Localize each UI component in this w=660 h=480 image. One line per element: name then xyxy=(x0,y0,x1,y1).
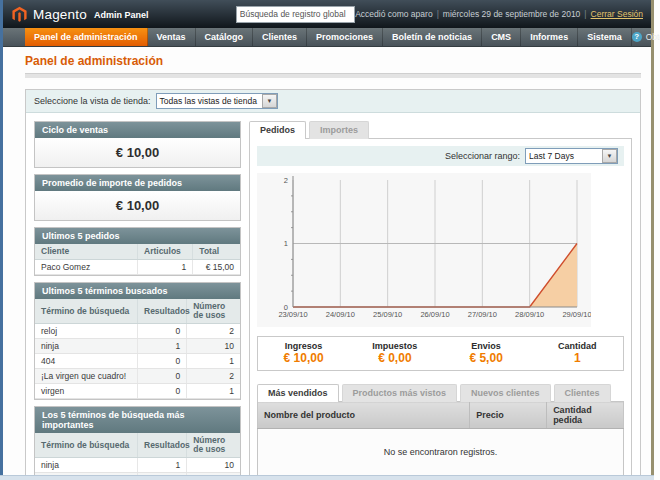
stat-envios: Envios € 5,00 xyxy=(441,341,532,365)
help-link[interactable]: ? Obtener ayuda para esta página xyxy=(632,28,660,46)
table-row[interactable]: reloj 0 2 xyxy=(35,324,240,339)
tab-importes[interactable]: Importes xyxy=(309,121,369,139)
table-row[interactable]: ninja 1 10 xyxy=(35,339,240,354)
column-header: Término de búsqueda xyxy=(35,433,138,458)
question-mark-icon: ? xyxy=(632,32,642,42)
magento-brand: Magento Admin Panel xyxy=(11,6,236,23)
nav-item-boletin[interactable]: Boletín de noticias xyxy=(383,28,482,46)
average-order-card: Promedio de importe de pedidos € 10,00 xyxy=(34,174,241,221)
range-bar: Seleccionar rango: Last 7 Days ▼ xyxy=(257,146,624,166)
browser-window: Magento Admin Panel Accedió como aparo |… xyxy=(0,0,654,480)
bestsellers-grid: Nombre del producto Precio Cantidad pedi… xyxy=(257,401,624,476)
totals-bar: Ingresos € 10,00 Impuestos € 0,00 Envios… xyxy=(257,336,624,371)
svg-text:29/09/10: 29/09/10 xyxy=(562,310,591,319)
logged-in-as: Accedió como aparo xyxy=(355,9,433,19)
tab-pedidos[interactable]: Pedidos xyxy=(249,121,306,139)
tab-nuevos-clientes[interactable]: Nuevos clientes xyxy=(460,384,551,402)
nav-item-promociones[interactable]: Promociones xyxy=(307,28,383,46)
svg-text:25/09/10: 25/09/10 xyxy=(373,310,402,319)
help-label: Obtener ayuda para esta página xyxy=(646,32,660,42)
tab-mas-vendidos[interactable]: Más vendidos xyxy=(257,384,339,402)
svg-text:26/09/10: 26/09/10 xyxy=(420,310,449,319)
store-view-bar: Seleccione la vista de tienda: Todas las… xyxy=(26,90,640,113)
table-row[interactable]: Paco Gomez 1 € 15,00 xyxy=(35,260,240,275)
last-search-terms-card: Ultimos 5 términos buscados Término de b… xyxy=(34,282,241,400)
nav-item-catalogo[interactable]: Catálogo xyxy=(196,28,254,46)
user-info: Accedió como aparo | miércoles 29 de sep… xyxy=(355,9,643,19)
current-date: miércoles 29 de septiembre de 2010 xyxy=(443,9,581,19)
column-header-qty[interactable]: Cantidad pedida xyxy=(547,402,624,429)
tab-clientes[interactable]: Clientes xyxy=(554,384,611,402)
column-header: Articulos xyxy=(138,244,193,260)
column-header: Término de búsqueda xyxy=(35,299,138,324)
last-search-terms-table: Término de búsqueda Resultados Número de… xyxy=(35,299,240,399)
empty-row: No se encontraron registros. xyxy=(258,429,624,476)
svg-text:24/09/10: 24/09/10 xyxy=(326,310,355,319)
card-title: Ultimos 5 pedidos xyxy=(35,228,240,244)
page-content: Panel de administración Seleccione la vi… xyxy=(3,47,651,480)
title-divider xyxy=(25,73,641,78)
dashboard-main: Pedidos Importes Seleccionar rango: Last… xyxy=(249,121,632,480)
card-title: Ciclo de ventas xyxy=(35,122,240,138)
svg-text:23/09/10: 23/09/10 xyxy=(278,310,307,319)
range-label: Seleccionar rango: xyxy=(445,151,520,161)
card-title: Ultimos 5 términos buscados xyxy=(35,283,240,299)
nav-item-informes[interactable]: Informes xyxy=(521,28,578,46)
card-title: Promedio de importe de pedidos xyxy=(35,175,240,191)
dashboard-sidebar: Ciclo de ventas € 10,00 Promedio de impo… xyxy=(34,121,241,480)
chart-tabs: Pedidos Importes xyxy=(249,121,632,139)
column-header-product[interactable]: Nombre del producto xyxy=(258,402,470,429)
table-row[interactable]: 404 0 1 xyxy=(35,354,240,369)
last-orders-table: Cliente Articulos Total Paco Gomez 1 € 1… xyxy=(35,244,240,275)
card-title: Los 5 términos de búsqueda más important… xyxy=(35,407,240,433)
svg-text:2: 2 xyxy=(284,176,288,185)
page-title: Panel de administración xyxy=(25,54,641,68)
store-view-label: Seleccione la vista de tienda: xyxy=(34,96,151,106)
orders-panel: Seleccionar rango: Last 7 Days ▼ 01223/0… xyxy=(249,138,632,480)
column-header: Número de usos xyxy=(187,299,240,324)
column-header: Total xyxy=(193,244,240,260)
svg-text:28/09/10: 28/09/10 xyxy=(515,310,544,319)
chevron-down-icon: ▼ xyxy=(262,94,277,108)
nav-item-cms[interactable]: CMS xyxy=(482,28,521,46)
range-select[interactable]: Last 7 Days ▼ xyxy=(525,148,618,164)
nav-item-clientes[interactable]: Clientes xyxy=(253,28,307,46)
logout-link[interactable]: Cerrar Sesión xyxy=(591,9,643,19)
top-search-terms-table: Término de búsqueda Resultados Número de… xyxy=(35,433,240,480)
brand-name: Magento xyxy=(33,7,87,22)
top-header-bar: Magento Admin Panel Accedió como aparo |… xyxy=(3,0,651,28)
nav-item-dashboard[interactable]: Panel de administración xyxy=(25,28,148,46)
stat-impuestos: Impuestos € 0,00 xyxy=(349,341,440,365)
tab-productos-mas-vistos[interactable]: Productos más vistos xyxy=(342,384,458,402)
window-bottom-edge xyxy=(0,475,654,480)
column-header: Resultados xyxy=(138,299,187,324)
top-search-terms-card: Los 5 términos de búsqueda más important… xyxy=(34,406,241,480)
dashboard-container: Seleccione la vista de tienda: Todas las… xyxy=(25,89,641,480)
magento-logo-icon xyxy=(11,6,28,23)
products-tabs: Más vendidos Productos más vistos Nuevos… xyxy=(257,384,624,402)
table-row[interactable]: ninja 1 10 xyxy=(35,458,240,473)
store-view-select[interactable]: Todas las vistas de tienda ▼ xyxy=(156,93,278,109)
orders-chart: 01223/09/1024/09/1025/09/1026/09/1027/09… xyxy=(257,173,591,327)
nav-item-ventas[interactable]: Ventas xyxy=(148,28,196,46)
card-value: € 10,00 xyxy=(35,138,240,167)
table-row[interactable]: virgen 0 1 xyxy=(35,384,240,399)
table-row[interactable]: ¡La virgen que cuadro! 0 2 xyxy=(35,369,240,384)
svg-text:27/09/10: 27/09/10 xyxy=(468,310,497,319)
stat-ingresos: Ingresos € 10,00 xyxy=(258,341,349,365)
sales-cycle-card: Ciclo de ventas € 10,00 xyxy=(34,121,241,168)
empty-message: No se encontraron registros. xyxy=(258,429,624,476)
column-header: Cliente xyxy=(35,244,138,260)
svg-text:1: 1 xyxy=(284,239,288,248)
last-orders-card: Ultimos 5 pedidos Cliente Articulos Tota… xyxy=(34,227,241,276)
nav-item-sistema[interactable]: Sistema xyxy=(578,28,632,46)
global-search-input[interactable] xyxy=(236,6,355,23)
main-navigation: Panel de administración Ventas Catálogo … xyxy=(3,28,651,47)
column-header-price[interactable]: Precio xyxy=(470,402,547,429)
chevron-down-icon: ▼ xyxy=(602,149,617,163)
brand-suffix: Admin Panel xyxy=(94,10,149,20)
stat-cantidad: Cantidad 1 xyxy=(532,341,623,365)
card-value: € 10,00 xyxy=(35,191,240,220)
column-header: Resultados xyxy=(138,433,187,458)
column-header: Número de usos xyxy=(187,433,240,458)
